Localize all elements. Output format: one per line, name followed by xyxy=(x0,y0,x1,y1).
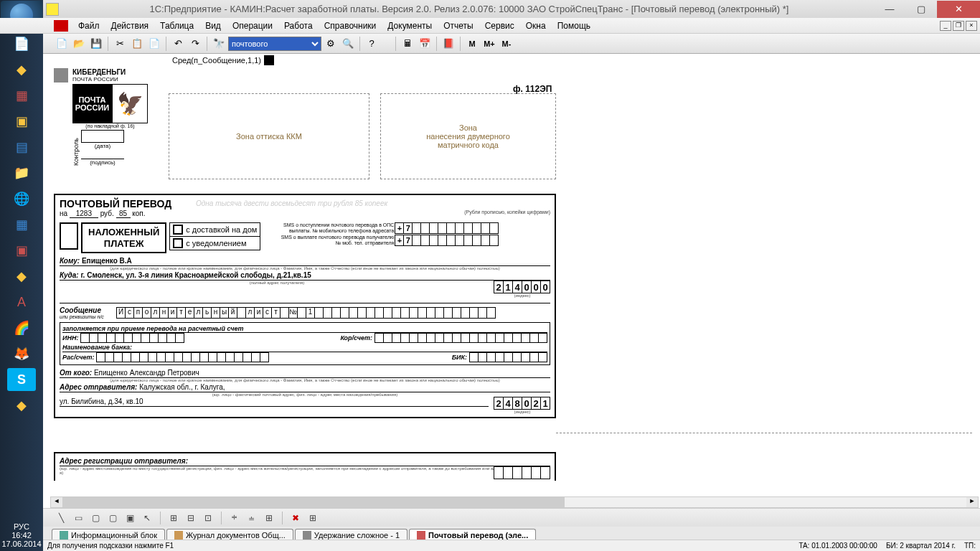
grid-icon[interactable]: ⊟ xyxy=(184,511,198,525)
menu-view[interactable]: Вид xyxy=(199,21,227,31)
new-icon[interactable]: 📄 xyxy=(54,36,70,52)
pointer-icon[interactable]: ↖ xyxy=(140,511,154,525)
addr-otpr-value2: ул. Билибина, д.34, кв.10 xyxy=(60,397,143,405)
maximize-button[interactable]: ▢ xyxy=(905,1,937,18)
search-combo[interactable]: почтового xyxy=(228,37,321,51)
menu-windows[interactable]: Окна xyxy=(520,21,552,31)
tool-icon[interactable]: ⚙ xyxy=(323,36,339,52)
document-area: КИБЕРДЕНЬГИ ПОЧТА РОССИИ ПОЧТАРОССИИ 🦅 (… xyxy=(54,68,969,166)
grid-icon[interactable]: ⊞ xyxy=(166,511,181,525)
sms1-label: SMS о поступлении почтового перевода в О… xyxy=(265,222,394,233)
reg-index xyxy=(494,466,550,479)
empty-box xyxy=(60,222,78,250)
menu-table[interactable]: Таблица xyxy=(154,21,199,31)
calendar-icon[interactable]: 📅 xyxy=(417,36,433,52)
scroll-thumb[interactable] xyxy=(62,497,565,507)
message-sub: или реквизиты п/с xyxy=(60,314,117,319)
taskbar-icon[interactable]: ◆ xyxy=(7,265,36,288)
shape-icon[interactable]: ▢ xyxy=(105,511,120,525)
menu-service[interactable]: Сервис xyxy=(479,21,520,31)
eagle-logo: 🦅 xyxy=(112,84,148,123)
zone-kkm: Зона оттиска ККМ xyxy=(169,93,369,179)
message-grid: Исполнительныйлист№1 xyxy=(117,307,496,319)
mdi-restore-button[interactable]: ❐ xyxy=(953,21,964,31)
menu-file[interactable]: Файл xyxy=(72,21,105,31)
otkogo-caption: (для юридического лица - полное или крат… xyxy=(60,378,550,382)
taskbar-icon[interactable]: ▦ xyxy=(7,84,36,107)
taskbar-firefox-icon[interactable]: 🦊 xyxy=(7,342,36,365)
taskbar-skype-icon[interactable]: S xyxy=(7,368,36,391)
na-label: на xyxy=(60,209,67,217)
taskbar-icon[interactable]: ▦ xyxy=(7,213,36,236)
rect-icon[interactable]: ▭ xyxy=(71,511,85,525)
scroll-left-icon[interactable]: ◄ xyxy=(51,497,62,507)
zone-matrix: Зона нанесения двумерного матричного код… xyxy=(380,93,556,179)
binoculars-icon[interactable]: 🔍 xyxy=(340,36,356,52)
cut-icon[interactable]: ✂ xyxy=(112,36,128,52)
text-icon[interactable]: ▢ xyxy=(88,511,103,525)
kuda-value: г. Смоленск, ул. 3-я линия Красноармейск… xyxy=(80,271,311,279)
menu-refs[interactable]: Справочники xyxy=(319,21,382,31)
sender-index: 248021 xyxy=(494,397,550,410)
line-icon[interactable]: ╲ xyxy=(54,511,68,525)
menu-actions[interactable]: Действия xyxy=(105,21,155,31)
reg-caption: (юр. лицо - адрес местонахождения по мес… xyxy=(60,466,494,479)
close-button[interactable]: ✕ xyxy=(937,1,980,18)
taskbar-icon[interactable]: Α xyxy=(7,291,36,314)
bank-title: заполняется при приеме перевода на расче… xyxy=(62,325,547,333)
menu-work[interactable]: Работа xyxy=(278,21,319,31)
inn-label: ИНН: xyxy=(62,334,78,342)
scroll-right-icon[interactable]: ► xyxy=(966,497,978,507)
taskbar-icon[interactable]: 📄 xyxy=(7,32,36,55)
taskbar-icon[interactable]: 🌐 xyxy=(7,187,36,210)
horizontal-scrollbar[interactable]: ◄ ► xyxy=(50,496,979,508)
mdi-minimize-button[interactable]: _ xyxy=(940,21,951,31)
nalozh-box: НАЛОЖЕННЫЙПЛАТЕЖ xyxy=(81,222,166,253)
delivery-checkbox[interactable]: с доставкой на дом xyxy=(169,222,260,237)
copy-icon[interactable]: 📋 xyxy=(129,36,145,52)
otkogo-value: Епищенко Александр Петрович xyxy=(94,369,199,377)
paste-icon[interactable]: 📄 xyxy=(146,36,162,52)
help-icon[interactable]: ? xyxy=(364,36,380,52)
app-small-icon xyxy=(54,20,68,32)
undo-icon[interactable]: ↶ xyxy=(170,36,186,52)
book-icon[interactable]: 📕 xyxy=(440,36,456,52)
grid-icon[interactable]: ⊡ xyxy=(201,511,215,525)
notice-checkbox[interactable]: с уведомлением xyxy=(169,237,260,250)
kor-label: Кор/счет: xyxy=(340,334,372,342)
taskbar-clock[interactable]: РУС 16:42 17.06.2014 xyxy=(0,519,43,551)
align-icon[interactable]: ⫩ xyxy=(227,511,242,525)
taskbar-icon[interactable]: ▣ xyxy=(7,239,36,262)
taskbar-icon[interactable]: ◆ xyxy=(7,58,36,81)
komu-value: Епищенко В.А xyxy=(82,257,132,265)
menu-docs[interactable]: Документы xyxy=(382,21,438,31)
menu-help[interactable]: Помощь xyxy=(552,21,596,31)
taskbar-icon[interactable]: ▣ xyxy=(7,110,36,133)
calc-icon[interactable]: 🖩 xyxy=(400,36,415,52)
m-plus-button[interactable]: M+ xyxy=(481,36,497,52)
m-button[interactable]: M xyxy=(464,36,480,52)
toggle-icon[interactable]: ✖ xyxy=(288,511,303,525)
minimize-button[interactable]: — xyxy=(874,1,905,18)
find-icon[interactable]: 🔭 xyxy=(211,36,227,52)
pochta-logo: ПОЧТАРОССИИ xyxy=(72,84,112,123)
taskbar-icon[interactable]: ▤ xyxy=(7,136,36,159)
menu-reports[interactable]: Отчеты xyxy=(438,21,479,31)
save-icon[interactable]: 💾 xyxy=(88,36,104,52)
shape-icon[interactable]: ▣ xyxy=(123,511,137,525)
menu-operations[interactable]: Операции xyxy=(227,21,278,31)
open-icon[interactable]: 📂 xyxy=(71,36,87,52)
form-title: ПОЧТОВЫЙ ПЕРЕВОД xyxy=(60,198,171,209)
toggle-icon[interactable]: ⊞ xyxy=(306,511,320,525)
formula-text: Сред(п_Сообщение,1,1) xyxy=(172,56,261,65)
taskbar-icon[interactable]: ◆ xyxy=(7,394,36,417)
redo-icon[interactable]: ↷ xyxy=(187,36,203,52)
mdi-close-button[interactable]: × xyxy=(966,21,977,31)
taskbar-chrome-icon[interactable]: 🌈 xyxy=(7,316,36,339)
align-icon[interactable]: ⊞ xyxy=(262,511,276,525)
align-icon[interactable]: ⫨ xyxy=(245,511,259,525)
m-minus-button[interactable]: M- xyxy=(499,36,514,52)
recipient-index: 214000 xyxy=(494,281,550,293)
titlebar: 1С:Предприятие - КАМИН:Расчет заработной… xyxy=(0,0,980,18)
taskbar-icon[interactable]: 📁 xyxy=(7,161,36,184)
